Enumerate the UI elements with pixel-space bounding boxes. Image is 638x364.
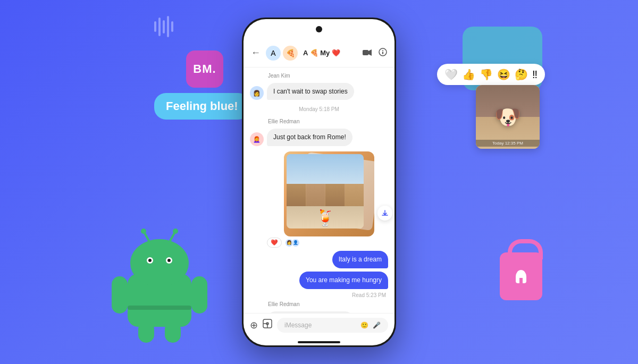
voice-input-icon[interactable]: 🎤 [373,321,381,329]
lock-keyhole [516,270,526,283]
message-row-3: Italy is a dream [250,251,388,268]
photo-buildings [287,184,364,206]
svg-rect-19 [382,52,383,54]
info-icon[interactable] [379,48,387,58]
building [306,184,325,206]
avatar-pizza: 🍕 [282,45,299,62]
message-row-1: 👩 I can't wait to swap stories [250,83,388,100]
bubble-incoming-1: I can't wait to swap stories [267,83,354,100]
chat-messages-container: Jean Kim 👩 I can't wait to swap stories … [244,67,394,313]
home-indicator [298,341,340,343]
wave-bar [163,20,165,33]
svg-point-9 [173,228,178,234]
feeling-blue-bubble: Feeling blue! [154,93,250,120]
feeling-blue-text: Feeling blue! [166,99,238,113]
wave-bar [171,21,173,32]
building [287,184,306,206]
phone-screen: ← A 🍕 A 🍕 My ❤️ [244,19,394,345]
message-row-2: 👩‍🦰 Just got back from Rome! [250,129,388,146]
image-message-container: 🍹 [267,151,388,236]
video-call-icon[interactable] [363,48,372,58]
avatar-a: A [265,45,282,62]
heart-emoji: ❤️ [271,239,278,246]
message-row-4: You are making me hungry [250,272,388,289]
wave-bar [154,21,156,32]
message-input[interactable]: iMessage 🙂 🎤 [277,318,388,333]
emoji-picker-icon[interactable]: 🙂 [360,321,368,329]
sender-label-ellie-1: Ellie Redman [268,118,388,124]
dog-photo-card: 🐶 Today 12:35 PM [476,85,540,149]
bubble-outgoing-2: You are making me hungry [299,272,388,289]
svg-point-7 [141,228,146,234]
reaction-avatars: 👩 👤 [285,239,300,247]
add-attachment-icon[interactable]: ⊕ [250,319,258,331]
input-placeholder: iMessage [284,321,312,329]
svg-rect-15 [363,50,368,55]
svg-marker-16 [368,49,372,56]
wave-bar [167,16,169,37]
svg-point-4 [148,259,152,262]
svg-rect-12 [138,321,154,343]
timestamp-1: Monday 5:18 PM [250,106,388,112]
back-button[interactable]: ← [251,47,261,58]
chat-title: A 🍕 My ❤️ [303,49,358,57]
emoji-reaction-bar[interactable]: 🤍 👍 👎 😆 🤔 ‼️ [437,64,545,85]
header-action-icons [363,48,387,58]
bm-badge-text: BM. [193,62,216,76]
download-button[interactable] [377,206,392,221]
building [325,184,345,206]
phone-device: ← A 🍕 A 🍕 My ❤️ [242,18,396,347]
svg-rect-10 [112,276,128,314]
bm-badge: BM. [186,50,223,88]
pink-lock-decoration [500,252,542,300]
photo-message: 🍹 [284,151,374,236]
tiny-avatar-2: 👤 [291,239,300,247]
svg-rect-14 [128,306,191,310]
photo-sky [287,154,364,184]
dog-card-timestamp: Today 12:35 PM [476,140,540,147]
reaction-emoji-exclaim[interactable]: ‼️ [532,69,538,81]
wave-bar [158,18,161,36]
sticker-icon[interactable] [262,318,273,332]
photo-message-inner: 🍹 [284,151,374,236]
bubble-outgoing-1: Italy is a dream [332,251,388,268]
read-receipt: Read 5:23 PM [250,292,386,298]
camera-notch [316,26,322,32]
svg-point-5 [167,259,171,262]
svg-rect-13 [165,321,181,343]
reaction-emoji-thumbsup[interactable]: 👍 [462,68,475,81]
photo-main: 🍹 [287,154,364,228]
reaction-emoji-thumbsdown[interactable]: 👎 [480,68,493,81]
android-mascot [106,226,213,343]
input-bar: ⊕ iMessage 🙂 🎤 [244,313,394,341]
reaction-emoji-heart[interactable]: 🤍 [444,68,458,81]
avatar-ellie-1: 👩‍🦰 [250,132,264,146]
reaction-emoji-think[interactable]: 🤔 [515,68,528,81]
dog-photo-inner: 🐶 Today 12:35 PM [476,85,540,149]
input-field-icons: 🙂 🎤 [360,321,381,329]
header-avatars: A 🍕 [265,45,299,62]
sender-label-jean: Jean Kim [268,73,388,79]
image-reactions: ❤️ 👩 👤 [267,238,388,248]
cocktail-emoji: 🍹 [315,208,335,227]
sound-waves-decoration [154,16,173,37]
sender-label-ellie-2: Ellie Redman [268,301,388,307]
heart-reaction[interactable]: ❤️ [267,238,282,248]
svg-point-1 [130,239,189,287]
avatar-jean: 👩 [250,86,264,100]
svg-rect-11 [191,276,207,314]
bubble-incoming-2: Just got back from Rome! [267,129,352,146]
dog-emoji: 🐶 [494,105,521,130]
reaction-emoji-laugh[interactable]: 😆 [497,68,510,81]
photo-ground: 🍹 [287,206,364,228]
svg-point-18 [382,50,383,51]
building [345,184,364,206]
